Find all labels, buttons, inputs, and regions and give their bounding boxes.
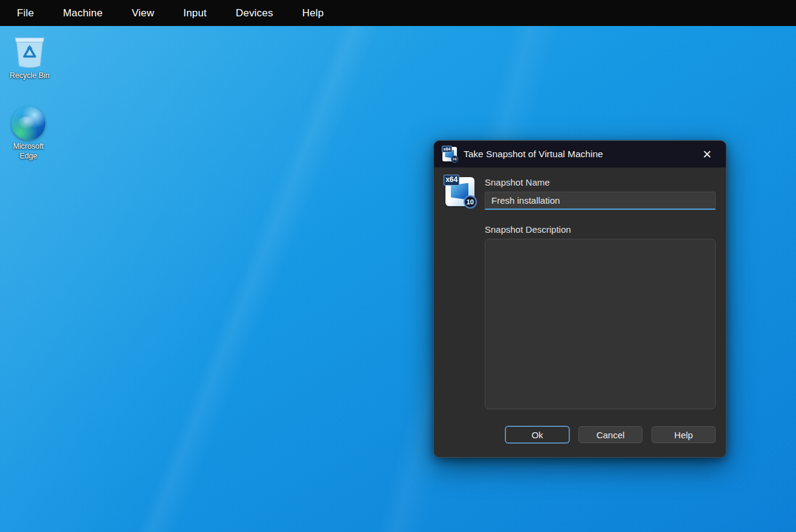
ok-button[interactable]: Ok xyxy=(505,426,569,443)
desktop-icon-microsoft-edge[interactable]: Microsoft Edge xyxy=(2,106,54,161)
menu-input[interactable]: Input xyxy=(169,0,221,26)
desktop-icon-label: Microsoft Edge xyxy=(9,142,48,161)
dialog-button-row: Ok Cancel Help xyxy=(485,426,716,443)
vm-os-icon-large: x64 10 xyxy=(445,177,474,206)
dialog-title: Take Snapshot of Virtual Machine xyxy=(464,149,698,160)
vm-os-icon: x64 10 xyxy=(442,147,457,161)
x64-badge: x64 xyxy=(444,175,459,186)
recycle-bin-icon xyxy=(12,32,47,70)
snapshot-name-label: Snapshot Name xyxy=(485,177,716,187)
snapshot-description-label: Snapshot Description xyxy=(485,224,716,235)
menu-bar: File Machine View Input Devices Help xyxy=(0,0,796,26)
dialog-body: x64 10 Snapshot Name Snapshot Descriptio… xyxy=(434,167,726,457)
snapshot-form: Snapshot Name Snapshot Description Ok Ca… xyxy=(485,177,716,443)
microsoft-edge-icon xyxy=(11,106,45,140)
close-icon[interactable]: ✕ xyxy=(698,145,716,163)
menu-help[interactable]: Help xyxy=(288,0,338,26)
win10-badge: 10 xyxy=(451,155,458,163)
vm-window: File Machine View Input Devices Help Rec… xyxy=(0,0,796,532)
snapshot-description-textarea[interactable] xyxy=(485,239,716,409)
menu-devices[interactable]: Devices xyxy=(221,0,288,26)
help-button[interactable]: Help xyxy=(652,426,716,443)
menu-machine[interactable]: Machine xyxy=(48,0,117,26)
win10-badge: 10 xyxy=(464,195,477,209)
snapshot-name-input[interactable] xyxy=(485,192,716,210)
x64-badge: x64 xyxy=(442,146,453,152)
desktop-icon-label: Recycle Bin xyxy=(10,71,50,81)
menu-file[interactable]: File xyxy=(2,0,48,26)
desktop-wallpaper: Recycle Bin Microsoft Edge x64 10 Take S… xyxy=(0,26,796,532)
cancel-button[interactable]: Cancel xyxy=(578,426,642,443)
dialog-titlebar[interactable]: x64 10 Take Snapshot of Virtual Machine … xyxy=(434,141,726,167)
menu-view[interactable]: View xyxy=(117,0,169,26)
desktop-icon-recycle-bin[interactable]: Recycle Bin xyxy=(4,32,56,81)
snapshot-dialog: x64 10 Take Snapshot of Virtual Machine … xyxy=(433,140,726,458)
